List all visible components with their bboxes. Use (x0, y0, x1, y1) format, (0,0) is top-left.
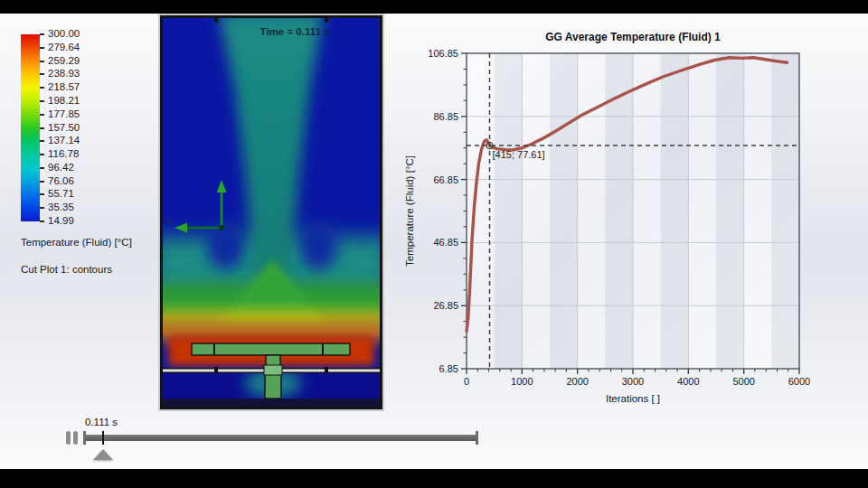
y-tick-label: 66.85 (433, 174, 458, 185)
legend-tick (40, 181, 44, 183)
legend-tick (40, 114, 44, 116)
x-tick-label: 1000 (511, 376, 533, 387)
legend-tick (40, 193, 44, 195)
legend-tick (40, 221, 44, 222)
x-tick-label: 3000 (622, 376, 644, 387)
timeline-time-label: 0.111 s (85, 417, 118, 427)
legend-tick (40, 207, 44, 209)
y-tick-label: 46.85 (433, 237, 458, 248)
y-tick-label: 86.85 (433, 111, 458, 122)
x-tick-label: 5000 (732, 376, 754, 387)
legend-value: 238.93 (48, 68, 80, 79)
triad-y-label: Y (205, 180, 211, 189)
legend-value: 116.78 (48, 148, 79, 159)
pause-icon (66, 431, 71, 445)
pause-button[interactable] (65, 431, 80, 445)
legend-tick (40, 87, 44, 89)
x-tick-label: 4000 (677, 376, 699, 387)
app-window: 300.00279.64259.29238.93218.57198.21177.… (0, 0, 868, 488)
timeline-start-cap (83, 431, 86, 445)
pause-icon (73, 431, 78, 445)
triad-x-label: X (166, 217, 172, 226)
cut-plot-viewport[interactable]: X Y Time = 0.111 s (163, 18, 380, 407)
time-overlay-label: Time = 0.111 s (260, 26, 330, 37)
legend-value: 137.14 (48, 135, 80, 145)
legend-value: 76.06 (48, 175, 74, 186)
x-tick-label: 6000 (788, 376, 810, 387)
y-tick-label: 106.85 (428, 48, 458, 59)
temperature-legend: 300.00279.64259.29238.93218.57198.21177.… (0, 14, 158, 312)
legend-subtitle: Cut Plot 1: contours (21, 264, 112, 275)
cut-plot-window: X Y Time = 0.111 s (158, 14, 384, 411)
legend-tick (40, 167, 44, 169)
legend-tick (40, 47, 44, 49)
x-tick-label: 0 (464, 376, 469, 387)
legend-value: 279.64 (48, 42, 80, 52)
legend-value: 259.29 (48, 55, 80, 66)
legend-tick (40, 100, 44, 102)
timeline-end-cap (476, 431, 478, 445)
timeline-current-tick (102, 431, 104, 445)
legend-value: 198.21 (48, 95, 80, 106)
letterbox-bottom (0, 469, 868, 488)
legend-value: 218.57 (48, 81, 80, 92)
cut-plot-frame: X Y Time = 0.111 s (160, 15, 382, 409)
legend-tick (40, 33, 44, 35)
legend-tick (40, 127, 44, 129)
legend-title: Temperature (Fluid) [°C] (21, 237, 132, 248)
letterbox-top (0, 0, 868, 14)
goal-plot-chart: 01000200030004000500060006.8526.8546.856… (398, 14, 825, 413)
chart-title: GG Average Temperature (Fluid) 1 (545, 31, 721, 43)
legend-tick (40, 140, 44, 142)
y-tick-label: 6.85 (439, 363, 458, 374)
x-tick-label: 2000 (566, 376, 588, 387)
legend-tick (40, 154, 44, 155)
legend-value: 35.35 (48, 202, 74, 212)
legend-tick (40, 73, 44, 75)
legend-value: 177.85 (48, 108, 80, 119)
x-axis-label: Iterations [ ] (606, 393, 660, 404)
legend-colorbar (21, 34, 40, 221)
y-tick-label: 26.85 (433, 300, 458, 311)
legend-value: 300.00 (48, 28, 80, 39)
legend-value: 55.71 (48, 188, 74, 199)
cursor-annotation: [415; 77.61] (493, 149, 545, 160)
timeline-track[interactable] (83, 435, 478, 441)
timeline-handle[interactable] (93, 449, 113, 460)
y-axis-label: Temperature (Fluid) [°C] (404, 155, 415, 267)
legend-value: 14.99 (48, 215, 74, 226)
legend-value: 96.42 (48, 162, 74, 173)
legend-tick (40, 61, 44, 62)
heater-plate (192, 343, 350, 355)
legend-value: 157.50 (48, 122, 80, 133)
